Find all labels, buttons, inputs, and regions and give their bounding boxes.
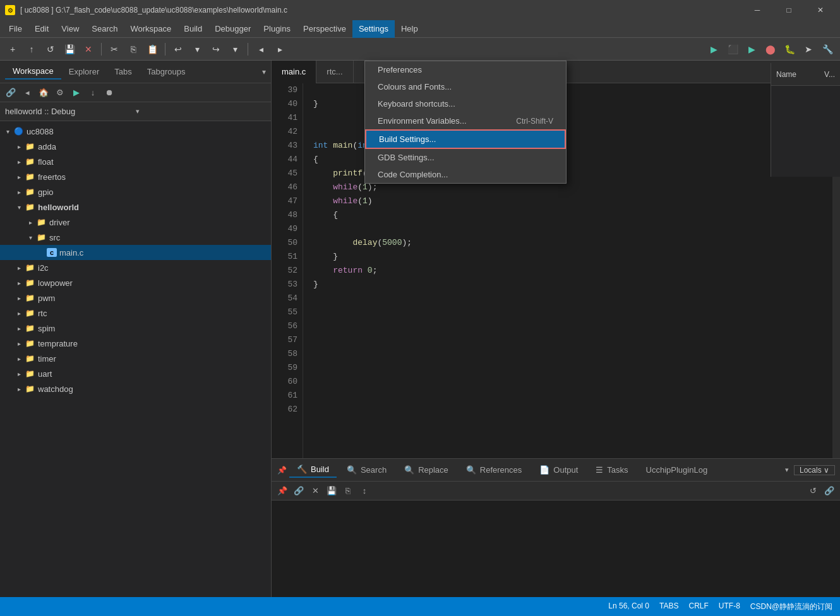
copy-button[interactable]: ⎘ — [124, 40, 142, 58]
menu-build[interactable]: Build — [177, 20, 208, 38]
redo-dropdown2[interactable]: ▾ — [226, 40, 244, 58]
cut-button[interactable]: ✂ — [105, 40, 123, 58]
run-button[interactable]: ▶ — [705, 40, 723, 58]
menu-view[interactable]: View — [55, 20, 85, 38]
tree-item-temprature[interactable]: ▸ 📁 temprature — [0, 336, 271, 351]
close-button[interactable]: ✕ — [806, 0, 835, 20]
bottom-tab-build[interactable]: 🔨 Build — [289, 462, 337, 478]
sync-button[interactable]: ↺ — [42, 40, 59, 58]
status-right: Ln 56, Col 0 TABS CRLF UTF-8 CSDN@静静流淌的订… — [608, 601, 832, 612]
bottom-tab-tasks[interactable]: ☰ Tasks — [588, 463, 635, 477]
menu-keyboard-shortcuts[interactable]: Keyboard shortcuts... — [365, 95, 566, 112]
new-file-button[interactable]: + — [4, 40, 21, 58]
play-circle-icon[interactable]: ⏺ — [102, 86, 116, 100]
folder-icon: 📁 — [35, 232, 47, 243]
menu-code-completion[interactable]: Code Completion... — [365, 166, 566, 183]
menu-file[interactable]: File — [3, 20, 28, 38]
tree-item-timer[interactable]: ▸ 📁 timer — [0, 351, 271, 366]
menu-settings[interactable]: Settings — [352, 20, 395, 38]
open-button[interactable]: ↑ — [23, 40, 40, 58]
search-tab-icon: 🔍 — [347, 465, 357, 475]
bottom-tab-search[interactable]: 🔍 Search — [339, 463, 394, 477]
bottom-link-btn[interactable]: 🔗 — [292, 484, 306, 498]
minimize-button[interactable]: ─ — [743, 0, 772, 20]
workspace-selector[interactable]: helloworld :: Debug ▾ — [0, 102, 271, 121]
tree-item-i2c[interactable]: ▸ 📁 i2c — [0, 260, 271, 275]
tab-workspace[interactable]: Workspace — [5, 64, 61, 80]
wrench-button[interactable]: 🔧 — [819, 40, 836, 58]
menu-preferences[interactable]: Preferences — [365, 61, 566, 78]
bottom-tab-replace[interactable]: 🔍 Replace — [397, 463, 456, 477]
bottom-refresh-btn[interactable]: ↺ — [806, 484, 820, 498]
tree-item-watchdog[interactable]: ▸ 📁 watchdog — [0, 381, 271, 396]
left-panel-dropdown[interactable]: ▾ — [262, 68, 266, 76]
nav-prev-button[interactable]: ◂ — [252, 40, 270, 58]
tree-item-uart[interactable]: ▸ 📁 uart — [0, 366, 271, 381]
bottom-clear-btn[interactable]: ✕ — [308, 484, 322, 498]
run-nav-icon[interactable]: ▶ — [69, 86, 83, 100]
expand-icon: ▸ — [14, 310, 24, 317]
link-icon[interactable]: 🔗 — [4, 86, 18, 100]
editor-tab-rtc[interactable]: rtc... — [316, 61, 353, 83]
tree-item-pwm[interactable]: ▸ 📁 pwm — [0, 290, 271, 305]
menu-colours-fonts[interactable]: Colours and Fonts... — [365, 78, 566, 95]
nav-next-button[interactable]: ▸ — [271, 40, 289, 58]
tree-item-helloworld[interactable]: ▾ 📁 helloworld — [0, 199, 271, 215]
menu-env-variables[interactable]: Environment Variables... Ctrl-Shift-V — [365, 112, 566, 129]
paste-button[interactable]: 📋 — [143, 40, 161, 58]
menu-debugger[interactable]: Debugger — [208, 20, 257, 38]
bottom-tab-ucchip[interactable]: UcchipPluginLog — [639, 463, 716, 477]
tree-item-lowpower[interactable]: ▸ 📁 lowpower — [0, 275, 271, 290]
menu-perspective[interactable]: Perspective — [297, 20, 352, 38]
redo-dropdown[interactable]: ▾ — [188, 40, 206, 58]
menu-workspace[interactable]: Workspace — [124, 20, 178, 38]
down-nav-icon[interactable]: ↓ — [86, 86, 100, 100]
debug-button[interactable]: ⬤ — [762, 40, 779, 58]
back-icon[interactable]: ◂ — [20, 86, 34, 100]
send-button[interactable]: ➤ — [800, 40, 817, 58]
tree-item-spim[interactable]: ▸ 📁 spim — [0, 321, 271, 336]
tree-item-gpio[interactable]: ▸ 📁 gpio — [0, 184, 271, 199]
tree-item-uc8088[interactable]: ▾ 🔵 uc8088 — [0, 124, 271, 139]
expand-icon: ▸ — [14, 143, 24, 150]
bottom-pin-icon[interactable]: 📌 — [277, 466, 287, 475]
menu-help[interactable]: Help — [395, 20, 424, 38]
folder-icon: 📁 — [24, 353, 35, 364]
bottom-link2-btn[interactable]: 🔗 — [822, 484, 836, 498]
bottom-tab-output[interactable]: 📄 Output — [532, 463, 585, 477]
delete-button[interactable]: ✕ — [80, 40, 97, 58]
tab-tabs[interactable]: Tabs — [107, 64, 139, 79]
menu-gdb-settings[interactable]: GDB Settings... — [365, 149, 566, 166]
menu-edit[interactable]: Edit — [28, 20, 55, 38]
tab-tabgroups[interactable]: Tabgroups — [140, 64, 193, 79]
menu-plugins[interactable]: Plugins — [257, 20, 297, 38]
tree-item-rtc[interactable]: ▸ 📁 rtc — [0, 305, 271, 321]
menu-search[interactable]: Search — [85, 20, 124, 38]
tree-item-float[interactable]: ▸ 📁 float — [0, 154, 271, 169]
bottom-pin-btn[interactable]: 📌 — [275, 484, 289, 498]
tab-explorer[interactable]: Explorer — [61, 64, 107, 79]
code-line-40: } — [313, 99, 318, 109]
bottom-copy-btn[interactable]: ⎘ — [341, 484, 355, 498]
tree-item-freertos[interactable]: ▸ 📁 freertos — [0, 169, 271, 184]
locals-dropdown[interactable]: Locals ∨ — [794, 465, 835, 475]
bottom-nav-btn[interactable]: ↕ — [357, 484, 371, 498]
redo-button[interactable]: ↪ — [207, 40, 225, 58]
tree-item-src[interactable]: ▾ 📁 src — [0, 230, 271, 245]
tree-item-adda[interactable]: ▸ 📁 adda — [0, 139, 271, 154]
bottom-tab-references[interactable]: 🔍 References — [459, 463, 529, 477]
undo-button[interactable]: ↩ — [169, 40, 187, 58]
settings-icon[interactable]: ⚙ — [53, 86, 67, 100]
home-icon[interactable]: 🏠 — [37, 86, 51, 100]
run2-button[interactable]: ▶ — [743, 40, 760, 58]
tree-item-driver[interactable]: ▸ 📁 driver — [0, 215, 271, 230]
editor-tab-main-c[interactable]: main.c — [272, 61, 316, 83]
save-button[interactable]: 💾 — [61, 40, 78, 58]
bug-button[interactable]: 🐛 — [781, 40, 798, 58]
maximize-button[interactable]: □ — [774, 0, 803, 20]
bottom-tabs-dropdown[interactable]: ▾ — [785, 466, 789, 474]
stop-button[interactable]: ⬛ — [724, 40, 741, 58]
bottom-save-btn[interactable]: 💾 — [325, 484, 339, 498]
tree-item-main-c[interactable]: c main.c — [0, 245, 271, 260]
menu-build-settings[interactable]: Build Settings... — [365, 129, 566, 149]
